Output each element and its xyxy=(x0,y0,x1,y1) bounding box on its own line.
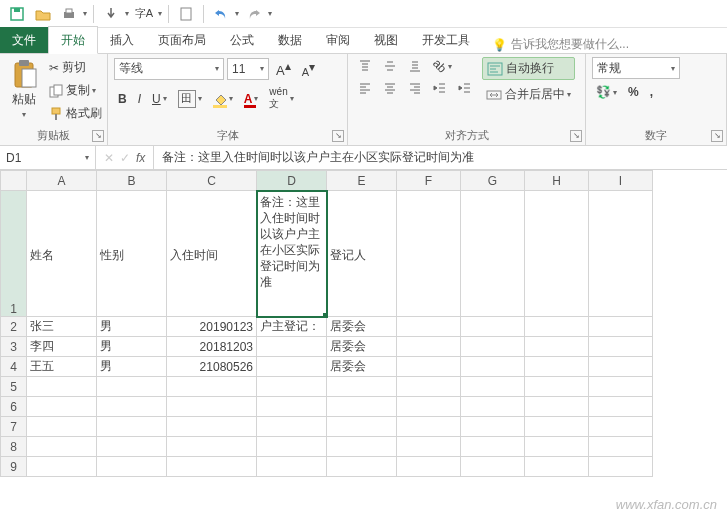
tab-file[interactable]: 文件 xyxy=(0,27,48,53)
clipboard-launcher[interactable]: ↘ xyxy=(92,130,104,142)
cell[interactable] xyxy=(525,457,589,477)
col-header[interactable]: C xyxy=(167,171,257,191)
cell[interactable] xyxy=(397,417,461,437)
italic-button[interactable]: I xyxy=(134,90,145,108)
align-left-button[interactable] xyxy=(354,79,376,97)
tell-me[interactable]: 💡 告诉我您想要做什么... xyxy=(492,36,629,53)
redo-icon[interactable] xyxy=(243,3,265,25)
cell-selected[interactable]: 备注：这里入住时间时以该户户主在小区实际登记时间为准 xyxy=(257,191,327,317)
cell[interactable] xyxy=(167,417,257,437)
cell[interactable] xyxy=(589,377,653,397)
align-middle-button[interactable] xyxy=(379,57,401,75)
cell[interactable]: 男 xyxy=(97,337,167,357)
font-color-button[interactable]: A▾ xyxy=(240,90,263,108)
align-center-button[interactable] xyxy=(379,79,401,97)
cell[interactable]: 李四 xyxy=(27,337,97,357)
percent-button[interactable]: % xyxy=(624,83,643,101)
cell[interactable] xyxy=(461,417,525,437)
cell[interactable]: 居委会 xyxy=(327,357,397,377)
phonetic-icon[interactable]: 字A xyxy=(133,3,155,25)
enter-icon[interactable]: ✓ xyxy=(120,151,130,165)
row-header[interactable]: 5 xyxy=(1,377,27,397)
cell[interactable] xyxy=(27,377,97,397)
cell[interactable]: 居委会 xyxy=(327,317,397,337)
align-top-button[interactable] xyxy=(354,57,376,75)
align-launcher[interactable]: ↘ xyxy=(570,130,582,142)
cell[interactable] xyxy=(257,377,327,397)
cell[interactable] xyxy=(27,457,97,477)
cancel-icon[interactable]: ✕ xyxy=(104,151,114,165)
col-header[interactable]: H xyxy=(525,171,589,191)
cell[interactable] xyxy=(461,357,525,377)
cell[interactable]: 20190123 xyxy=(167,317,257,337)
underline-button[interactable]: U▾ xyxy=(148,90,171,108)
wrap-text-button[interactable]: 自动换行 xyxy=(482,57,575,80)
cell[interactable]: 姓名 xyxy=(27,191,97,317)
row-header[interactable]: 8 xyxy=(1,437,27,457)
open-icon[interactable] xyxy=(32,3,54,25)
cell[interactable] xyxy=(589,417,653,437)
row-header[interactable]: 7 xyxy=(1,417,27,437)
font-launcher[interactable]: ↘ xyxy=(332,130,344,142)
col-header[interactable]: E xyxy=(327,171,397,191)
row-header[interactable]: 1 xyxy=(1,191,27,317)
undo-icon[interactable] xyxy=(210,3,232,25)
cell[interactable] xyxy=(589,317,653,337)
save-icon[interactable] xyxy=(6,3,28,25)
cell[interactable] xyxy=(397,397,461,417)
cell[interactable] xyxy=(397,377,461,397)
cell[interactable] xyxy=(525,317,589,337)
name-box[interactable]: D1▾ xyxy=(0,146,96,169)
cell[interactable] xyxy=(525,437,589,457)
cell[interactable]: 21080526 xyxy=(167,357,257,377)
border-button[interactable]: 田▾ xyxy=(174,88,206,110)
cell[interactable] xyxy=(27,397,97,417)
cell[interactable]: 20181203 xyxy=(167,337,257,357)
cell[interactable] xyxy=(461,437,525,457)
cell[interactable] xyxy=(27,437,97,457)
print-icon[interactable] xyxy=(58,3,80,25)
tab-home[interactable]: 开始 xyxy=(48,26,98,54)
cell[interactable] xyxy=(257,357,327,377)
row-header[interactable]: 3 xyxy=(1,337,27,357)
col-header[interactable]: B xyxy=(97,171,167,191)
align-right-button[interactable] xyxy=(404,79,426,97)
cell[interactable] xyxy=(397,437,461,457)
copy-button[interactable]: 复制▾ xyxy=(45,80,106,101)
col-header[interactable]: G xyxy=(461,171,525,191)
tab-layout[interactable]: 页面布局 xyxy=(146,27,218,53)
cell[interactable] xyxy=(461,191,525,317)
tab-view[interactable]: 视图 xyxy=(362,27,410,53)
cell[interactable] xyxy=(461,377,525,397)
cell[interactable]: 户主登记： xyxy=(257,317,327,337)
cell[interactable]: 男 xyxy=(97,357,167,377)
merge-center-button[interactable]: 合并后居中▾ xyxy=(482,84,575,105)
cut-button[interactable]: ✂剪切 xyxy=(45,57,106,78)
cell[interactable] xyxy=(97,397,167,417)
cell[interactable] xyxy=(589,357,653,377)
cell[interactable] xyxy=(167,377,257,397)
cell[interactable] xyxy=(397,337,461,357)
cell[interactable] xyxy=(327,457,397,477)
tab-data[interactable]: 数据 xyxy=(266,27,314,53)
cell[interactable] xyxy=(525,191,589,317)
row-header[interactable]: 9 xyxy=(1,457,27,477)
orientation-button[interactable]: ab▾ xyxy=(429,57,456,75)
select-all[interactable] xyxy=(1,171,27,191)
col-header[interactable]: I xyxy=(589,171,653,191)
cell[interactable] xyxy=(327,437,397,457)
cell[interactable] xyxy=(167,457,257,477)
cell[interactable] xyxy=(461,337,525,357)
accounting-button[interactable]: 💱▾ xyxy=(592,83,621,101)
cell[interactable] xyxy=(397,191,461,317)
cell[interactable] xyxy=(525,357,589,377)
font-name-combo[interactable]: 等线▾ xyxy=(114,58,224,80)
decrease-font-button[interactable]: A▾ xyxy=(298,58,319,80)
align-bottom-button[interactable] xyxy=(404,57,426,75)
qat-more-icon[interactable]: ▾ xyxy=(83,9,87,18)
cell[interactable] xyxy=(525,377,589,397)
cell[interactable] xyxy=(257,397,327,417)
cell[interactable] xyxy=(397,357,461,377)
cell[interactable]: 男 xyxy=(97,317,167,337)
cell[interactable] xyxy=(589,457,653,477)
